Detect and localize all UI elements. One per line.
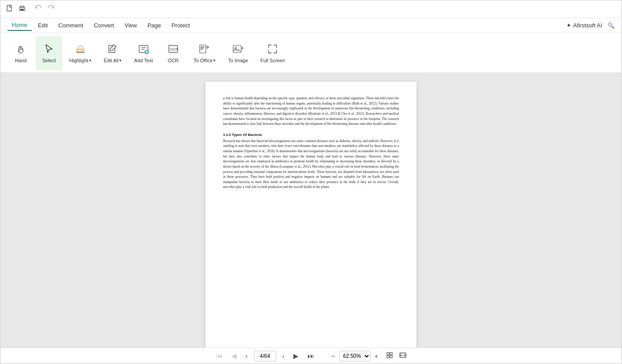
section-title-1-1-2: 1.1.2 Types Of Bacteria xyxy=(223,133,399,137)
to-office-tool-button[interactable]: To Office ▾ xyxy=(188,36,221,70)
ai-icon: ✦ xyxy=(566,22,571,29)
edit-all-tool-button[interactable]: Edit All ▾ xyxy=(99,36,127,70)
new-file-icon[interactable] xyxy=(6,4,14,14)
hand-icon xyxy=(15,43,27,55)
zoom-out-button[interactable]: − xyxy=(329,351,338,361)
page-number-input[interactable] xyxy=(254,351,276,361)
main-content: a risk to human health depending on the … xyxy=(0,73,622,348)
svg-rect-14 xyxy=(200,45,206,53)
zoom-select[interactable]: 62.50% 50% 75% 100% 125% 150% xyxy=(339,351,371,361)
prev-page-button[interactable]: ‹ xyxy=(243,351,250,361)
redo-icon[interactable] xyxy=(46,4,57,14)
full-screen-tool-button[interactable]: Full Screen xyxy=(255,36,291,70)
ai-label[interactable]: Afirstsoft AI xyxy=(573,22,602,29)
search-icon[interactable]: 🔍 xyxy=(607,22,614,29)
svg-rect-17 xyxy=(201,49,203,50)
first-page-button[interactable]: ⏮ xyxy=(213,351,225,361)
title-bar xyxy=(0,0,622,18)
last-last-page-button[interactable]: ⏭ xyxy=(305,351,317,361)
svg-rect-15 xyxy=(201,46,204,47)
full-screen-icon xyxy=(266,43,279,55)
last-page-button[interactable]: ▶ xyxy=(291,351,301,361)
select-label: Select xyxy=(42,58,56,63)
ocr-tool-button[interactable]: OCR OCR xyxy=(160,36,186,70)
to-office-icon xyxy=(198,43,211,55)
menu-page[interactable]: Page xyxy=(143,20,165,30)
highlight-icon xyxy=(74,43,87,55)
paragraph-2: Research has shown that bacterial microo… xyxy=(223,139,399,190)
menu-convert[interactable]: Convert xyxy=(89,20,118,30)
pdf-page: a risk to human health depending on the … xyxy=(205,82,417,348)
select-icon xyxy=(43,43,55,55)
ocr-icon: OCR xyxy=(167,43,179,55)
status-bar: ⏮ ◀ ‹ › ▶ ⏭ − 62.50% 50% 75% 100% 125% 1… xyxy=(0,348,622,364)
print-icon[interactable] xyxy=(18,4,26,14)
add-text-tool-button[interactable]: Add Text xyxy=(129,36,158,70)
to-image-icon xyxy=(232,43,244,55)
svg-rect-16 xyxy=(201,48,204,49)
prev-page-start-button[interactable]: ◀ xyxy=(229,351,239,361)
hand-tool-button[interactable]: Hand xyxy=(8,36,34,70)
svg-rect-20 xyxy=(387,353,389,355)
to-office-label: To Office ▾ xyxy=(193,58,216,63)
svg-rect-22 xyxy=(387,356,389,358)
to-image-label: To Image xyxy=(228,58,248,63)
title-bar-nav xyxy=(32,4,57,14)
menu-edit[interactable]: Edit xyxy=(34,20,52,30)
zoom-control: − 62.50% 50% 75% 100% 125% 150% + xyxy=(329,350,409,361)
add-text-icon xyxy=(137,43,150,55)
edit-all-icon xyxy=(106,43,119,55)
toolbar: Hand Select Highlight ▾ Edit All xyxy=(0,33,622,73)
menu-home[interactable]: Home xyxy=(8,20,32,31)
paragraph-1: a risk to human health depending on the … xyxy=(223,96,399,127)
menu-protect[interactable]: Protect xyxy=(167,20,194,30)
svg-rect-3 xyxy=(76,49,84,52)
zoom-in-button[interactable]: + xyxy=(372,351,381,361)
menu-ai: ✦ Afirstsoft AI 🔍 xyxy=(566,22,614,29)
svg-text:OCR: OCR xyxy=(170,47,179,52)
menu-view[interactable]: View xyxy=(120,20,141,30)
undo-icon[interactable] xyxy=(32,4,44,14)
fit-page-button[interactable] xyxy=(384,350,395,361)
svg-rect-23 xyxy=(390,356,392,358)
menu-comment[interactable]: Comment xyxy=(54,20,87,30)
svg-rect-2 xyxy=(20,9,24,10)
svg-rect-21 xyxy=(390,353,392,355)
full-screen-label: Full Screen xyxy=(261,58,285,63)
add-text-label: Add Text xyxy=(134,58,153,63)
svg-rect-0 xyxy=(7,5,11,11)
fit-width-button[interactable] xyxy=(397,350,409,361)
to-image-tool-button[interactable]: To Image xyxy=(223,36,253,70)
menu-bar: Home Edit Comment Convert View Page Prot… xyxy=(0,18,622,33)
highlight-tool-button[interactable]: Highlight ▾ xyxy=(64,36,97,70)
edit-all-label: Edit All ▾ xyxy=(104,58,122,63)
svg-point-19 xyxy=(235,47,237,49)
next-page-button[interactable]: › xyxy=(280,351,287,361)
title-bar-icons xyxy=(6,4,26,14)
select-tool-button[interactable]: Select xyxy=(36,36,62,70)
ocr-label: OCR xyxy=(168,58,178,63)
hand-label: Hand xyxy=(15,58,27,63)
highlight-label: Highlight ▾ xyxy=(69,58,91,63)
